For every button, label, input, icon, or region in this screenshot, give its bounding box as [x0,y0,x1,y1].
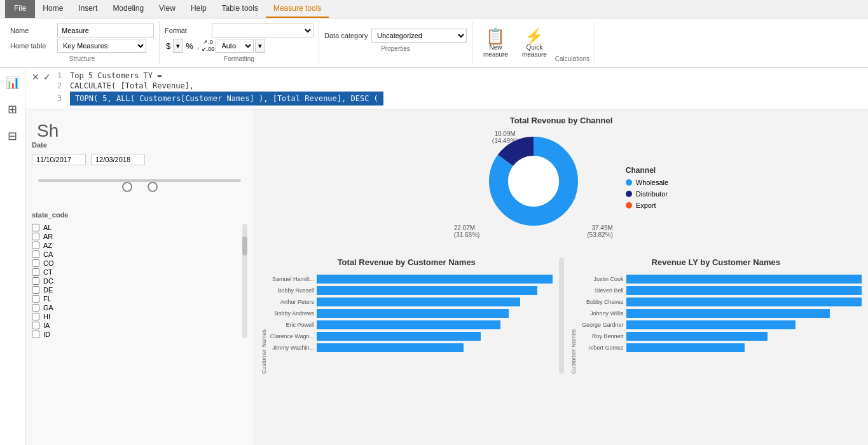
tab-file[interactable]: File [5,0,35,18]
state-checkbox-al[interactable] [32,224,39,231]
state-label-de: DE [43,286,53,294]
state-checkbox-co[interactable] [32,259,39,267]
bar-fill [626,343,745,352]
new-measure-button[interactable]: 📋 Newmeasure [478,27,514,60]
state-checkbox-ct[interactable] [32,268,39,276]
list-item: CT [32,268,240,276]
state-checkbox-ia[interactable] [32,322,39,329]
ribbon-group-calculations: 📋 Newmeasure ⚡ Quickmeasure Calculations [472,21,595,65]
comma-button[interactable]: , [196,42,200,50]
bar-row: Steven Bell [579,286,862,295]
wholesale-label: Wholesale [636,179,668,186]
state-list: AL AR AZ CA CO CT DC DE FL GA HI IA [32,224,240,338]
state-scrollbar[interactable] [242,236,247,256]
state-label-ia: IA [43,322,50,329]
formula-close-button[interactable]: ✕ [32,72,39,82]
percent-button[interactable]: % [184,41,195,51]
bar-fill [317,320,500,329]
formula-editor[interactable]: 1 Top 5 Customers TY = 2 CALCULATE( [Tot… [57,71,862,106]
decimal-increase-button[interactable]: ↗.0 [202,39,215,46]
bar-fill [317,332,481,341]
state-label-az: AZ [43,242,52,249]
sidebar-icon-model[interactable]: ⊟ [5,127,20,146]
bar-row: Johnny Willis [579,309,862,318]
state-checkbox-dc[interactable] [32,277,39,285]
date-slider-handle-right[interactable] [148,182,158,192]
bar-chart-right: Revenue LY by Customer Names Customer Na… [570,257,862,374]
channel-legend-title: Channel [626,166,668,175]
export-dot [626,202,632,209]
bar-chart-right-ylabel: Customer Names [570,272,577,374]
state-checkbox-ca[interactable] [32,250,39,258]
tab-measure-tools[interactable]: Measure tools [266,0,329,18]
export-label: Export [636,202,656,209]
list-item: ID [32,331,240,338]
bar-name: Jimmy Washin... [270,345,314,351]
formula-confirm-button[interactable]: ✓ [43,72,51,82]
state-checkbox-hi[interactable] [32,313,39,320]
name-input[interactable] [57,24,154,38]
home-table-select[interactable]: Key Measures [57,39,146,53]
bar-chart-right-title: Revenue LY by Customer Names [570,257,862,267]
date-end-input[interactable] [91,154,145,165]
bar-name: Bobby Chavez [579,299,624,305]
list-item: AZ [32,242,240,249]
line-num-1: 1 [57,71,67,80]
auto-dropdown[interactable]: ▾ [255,39,265,53]
decimal-decrease-button[interactable]: ↙.00 [202,46,215,53]
data-category-label: Data category [324,32,369,39]
quick-measure-button[interactable]: ⚡ Quickmeasure [516,27,553,60]
line-num-3: 3 [57,94,67,103]
bar-row: Bobby Russell [270,286,553,295]
distributor-dot [626,191,632,197]
date-start-input[interactable] [32,154,86,165]
date-slider-handle-left[interactable] [122,182,132,192]
tab-home[interactable]: Home [35,0,71,18]
bar-fill [317,343,464,352]
formula-text-3-highlighted: TOPN( 5, ALL( Customers[Customer Names] … [70,92,383,106]
currency-dropdown[interactable]: ▾ [173,39,183,53]
state-checkbox-ga[interactable] [32,304,39,312]
formula-line-1: 1 Top 5 Customers TY = [57,71,862,81]
bar-chart-left: Total Revenue by Customer Names Customer… [261,257,553,374]
format-select[interactable] [212,24,313,38]
bar-row: Roy Bennett [579,332,862,341]
state-label-id: ID [43,331,50,338]
list-item: CA [32,250,240,258]
sidebar-icon-chart[interactable]: 📊 [3,73,22,92]
tab-help[interactable]: Help [183,0,214,18]
distributor-label: Distributor [636,190,668,198]
bar-row: Clarence Wagn... [270,332,553,341]
bar-row: Bobby Chavez [579,298,862,306]
state-checkbox-fl[interactable] [32,295,39,303]
donut-label-left: 22.07M(31.68%) [454,224,480,238]
tab-table-tools[interactable]: Table tools [214,0,266,18]
name-label: Name [10,27,55,34]
formula-text-2: CALCULATE( [Total Revenue], [70,81,194,90]
list-item: CO [32,259,240,267]
data-category-select[interactable]: Uncategorized [371,29,467,43]
calculations-group-label: Calculations [555,55,589,62]
home-table-label: Home table [10,42,55,50]
bar-row: Albert Gomez [579,343,862,352]
tab-view[interactable]: View [151,0,183,18]
donut-svg [483,130,584,232]
state-checkbox-de[interactable] [32,286,39,294]
state-checkbox-az[interactable] [32,242,39,249]
bar-name: George Gardner [579,322,624,328]
state-checkbox-ar[interactable] [32,233,39,240]
ribbon-group-structure: Name Home table Key Measures Structure [5,21,160,65]
state-checkbox-id[interactable] [32,331,39,338]
list-item: IA [32,322,240,329]
bar-name: Eric Powell [270,322,314,328]
tab-insert[interactable]: Insert [71,0,105,18]
format-label: Format [165,27,209,34]
panel-divider[interactable] [559,257,564,374]
donut-chart-title: Total Revenue by Channel [261,116,862,125]
sidebar-icon-table[interactable]: ⊞ [5,100,20,119]
currency-button[interactable]: $ [165,41,172,51]
state-label-co: CO [43,259,54,267]
auto-select[interactable]: Auto [216,39,254,53]
measures-title: Sh [32,116,247,141]
tab-modeling[interactable]: Modeling [105,0,151,18]
